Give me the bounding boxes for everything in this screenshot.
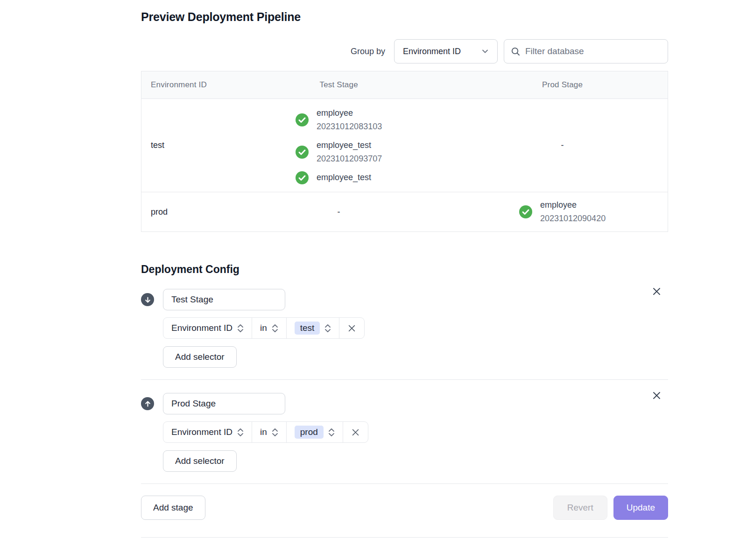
- stage-config-prod: Environment ID in prod Add: [141, 393, 668, 484]
- pipeline-table-header: Environment ID Test Stage Prod Stage: [141, 71, 668, 99]
- close-icon: [652, 287, 662, 296]
- remove-stage-button[interactable]: [650, 285, 662, 297]
- group-by-dropdown[interactable]: Environment ID: [394, 39, 498, 63]
- task-database-name: employee: [540, 198, 606, 212]
- arrow-down-circle-icon: [141, 293, 154, 306]
- close-icon: [652, 391, 662, 400]
- group-by-label: Group by: [351, 47, 385, 56]
- selector-value-select[interactable]: test: [286, 318, 339, 338]
- filter-database-searchbox[interactable]: [504, 39, 668, 63]
- footer-actions: Add stage Revert Update: [141, 496, 668, 520]
- selector-operator-select[interactable]: in: [252, 318, 286, 338]
- remove-selector-button[interactable]: [339, 318, 364, 338]
- environment-name: test: [151, 140, 164, 150]
- stage-config-test: Environment ID in test Add: [141, 289, 668, 380]
- task-version: 20231012093707: [317, 152, 382, 166]
- selector-key-select[interactable]: Environment ID: [163, 422, 252, 442]
- prod-stage-task-list: employee 20231012090420: [519, 198, 606, 225]
- revert-button[interactable]: Revert: [553, 496, 607, 520]
- selector-key-select[interactable]: Environment ID: [163, 318, 252, 338]
- table-row-test: test employee 20231012083103 employee: [141, 99, 668, 192]
- filter-database-input[interactable]: [525, 46, 661, 56]
- column-header-environment: Environment ID: [141, 71, 220, 98]
- selector-value-chip: test: [295, 322, 320, 335]
- close-icon: [347, 324, 356, 333]
- remove-stage-button[interactable]: [650, 389, 662, 401]
- label-selector: Environment ID in test: [163, 317, 365, 339]
- bottom-divider: [141, 537, 668, 538]
- page-title: Preview Deployment Pipeline: [141, 10, 668, 24]
- task-version: 20231012083103: [317, 120, 382, 133]
- arrow-up-circle-icon: [141, 397, 154, 410]
- task-done-icon: [296, 113, 309, 126]
- task-done-icon: [519, 205, 532, 218]
- label-selector: Environment ID in prod: [163, 421, 368, 443]
- pipeline-toolbar: Group by Environment ID: [141, 39, 668, 63]
- selector-value-select[interactable]: prod: [286, 422, 343, 442]
- main-content: Preview Deployment Pipeline Group by Env…: [0, 0, 747, 538]
- test-stage-task-list: employee 20231012083103 employee_test 20…: [296, 106, 382, 184]
- environment-name: prod: [151, 207, 168, 217]
- add-selector-button[interactable]: Add selector: [163, 450, 237, 472]
- close-icon: [351, 428, 360, 437]
- select-updown-icon: [237, 324, 244, 332]
- selector-value-chip: prod: [295, 426, 324, 439]
- task-database-name: employee: [317, 106, 382, 120]
- update-button[interactable]: Update: [613, 496, 668, 520]
- task-item[interactable]: employee_test: [296, 171, 382, 184]
- stage-divider: [141, 379, 668, 380]
- pipeline-table: Environment ID Test Stage Prod Stage tes…: [141, 71, 668, 232]
- select-updown-icon: [237, 428, 244, 436]
- empty-cell-dash: -: [338, 207, 340, 217]
- task-version: 20231012090420: [540, 212, 606, 225]
- column-header-test-stage: Test Stage: [220, 71, 457, 98]
- section-title-deployment-config: Deployment Config: [141, 263, 668, 276]
- add-selector-button[interactable]: Add selector: [163, 346, 237, 368]
- chevron-down-icon: [481, 48, 489, 55]
- select-updown-icon: [272, 324, 278, 332]
- column-header-prod-stage: Prod Stage: [457, 71, 668, 98]
- task-item[interactable]: employee 20231012090420: [519, 198, 606, 225]
- stage-divider: [141, 483, 668, 484]
- stage-name-input[interactable]: [163, 289, 285, 310]
- add-stage-button[interactable]: Add stage: [141, 496, 205, 520]
- table-row-prod: prod - employee 20231012090420: [141, 192, 668, 231]
- select-updown-icon: [324, 324, 331, 332]
- select-updown-icon: [272, 428, 278, 436]
- stage-name-input[interactable]: [163, 393, 285, 414]
- task-item[interactable]: employee_test 20231012093707: [296, 139, 382, 166]
- task-done-icon: [296, 146, 309, 159]
- selector-operator-select[interactable]: in: [252, 422, 286, 442]
- search-icon: [511, 47, 521, 56]
- task-done-icon: [296, 171, 309, 184]
- group-by-value: Environment ID: [403, 47, 461, 56]
- empty-cell-dash: -: [561, 140, 564, 150]
- select-updown-icon: [328, 428, 335, 436]
- task-database-name: employee_test: [317, 171, 371, 184]
- remove-selector-button[interactable]: [343, 422, 368, 442]
- task-item[interactable]: employee 20231012083103: [296, 106, 382, 133]
- task-database-name: employee_test: [317, 139, 382, 152]
